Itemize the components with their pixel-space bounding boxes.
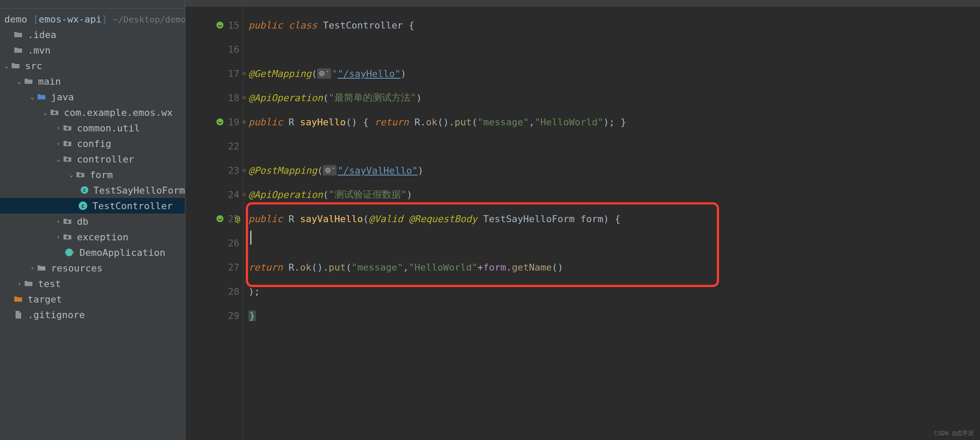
tree-item-test-form[interactable]: c TestSayHelloForm <box>0 182 185 198</box>
tree-item-form[interactable]: ⌄ form <box>0 167 185 182</box>
project-tool-window[interactable]: demo [emos-wx-api] ~/Desktop/demo .idea … <box>0 0 185 440</box>
tree-item-main[interactable]: ⌄ main <box>0 73 185 89</box>
chevron-down-icon[interactable]: ⌄ <box>16 78 23 85</box>
url-globe-icon[interactable]: ˅ <box>323 165 337 175</box>
line-number: 24 <box>225 189 239 200</box>
svg-point-6 <box>79 174 82 176</box>
tree-label: TestController <box>92 201 172 211</box>
line-number: 23 <box>225 165 239 176</box>
file-icon <box>13 309 23 320</box>
url-globe-icon[interactable]: ˅ <box>317 68 331 79</box>
tree-item-db[interactable]: › db <box>0 214 185 229</box>
svg-point-4 <box>66 143 69 145</box>
code-line[interactable]: public class TestController { <box>243 13 980 37</box>
tree-label: DemoApplication <box>80 247 165 258</box>
svg-point-12 <box>66 236 69 239</box>
code-line[interactable] <box>243 37 980 61</box>
tree-label: target <box>28 294 62 305</box>
chevron-right-icon[interactable]: › <box>29 265 36 271</box>
tree-root[interactable]: demo [emos-wx-api] ~/Desktop/demo <box>0 11 185 27</box>
tree-item-mvn[interactable]: .mvn <box>0 42 185 58</box>
code-line[interactable] <box>243 134 980 158</box>
tree-label: db <box>77 216 89 227</box>
excluded-folder-icon <box>13 294 23 304</box>
svg-point-11 <box>66 220 69 223</box>
chevron-down-icon[interactable]: ⌄ <box>29 93 36 100</box>
folder-icon <box>10 61 21 71</box>
package-icon <box>62 216 73 226</box>
spring-bean-icon[interactable] <box>216 215 224 223</box>
chevron-right-icon[interactable]: › <box>54 124 62 131</box>
tree-item-test-controller[interactable]: c TestController <box>0 198 185 214</box>
code-line[interactable]: public R sayHello() { return R.ok().put(… <box>243 110 980 134</box>
chevron-down-icon[interactable]: ⌄ <box>41 109 49 116</box>
tree-label: config <box>77 138 111 149</box>
tree-item-test[interactable]: › test <box>0 276 185 291</box>
package-icon <box>62 123 73 133</box>
spring-bean-icon[interactable] <box>216 118 224 126</box>
package-icon <box>49 107 60 118</box>
code-line[interactable]: } <box>243 303 980 328</box>
tree-label: test <box>38 278 61 289</box>
line-number: 16 <box>225 44 239 55</box>
tree-label: com.example.emos.wx <box>64 107 173 118</box>
gutter[interactable]: 15 16 17⊟ 18⊟ 19 ⊞ 22 23⊟ 24⊟ 25 @ 26 27 <box>185 7 243 440</box>
code-line[interactable] <box>243 231 980 255</box>
code-line[interactable]: @ApiOperation("测试验证假数据") <box>243 182 980 207</box>
chevron-down-icon[interactable]: ⌄ <box>3 62 10 69</box>
text-caret <box>250 231 251 245</box>
tree-item-gitignore[interactable]: .gitignore <box>0 307 185 322</box>
code-line[interactable]: ); <box>243 279 980 303</box>
tree-item-exception[interactable]: › exception <box>0 229 185 245</box>
tree-item-config[interactable]: › config <box>0 136 185 151</box>
tree-item-resources[interactable]: › resources <box>0 260 185 276</box>
chevron-right-icon[interactable]: › <box>54 218 62 225</box>
tree-label: demo [emos-wx-api] ~/Desktop/demo <box>4 14 185 25</box>
tree-item-target[interactable]: target <box>0 291 185 307</box>
annotation-gutter-icon[interactable]: @ <box>235 214 240 224</box>
source-folder-icon <box>36 92 47 102</box>
tree-item-controller[interactable]: ⌄ controller <box>0 151 185 167</box>
tree-item-idea[interactable]: .idea <box>0 27 185 42</box>
package-icon <box>62 232 73 242</box>
chevron-down-icon[interactable]: ⌄ <box>54 156 62 163</box>
class-icon: c <box>80 185 89 195</box>
code-content[interactable]: public class TestController { @GetMappin… <box>243 7 980 440</box>
tree-label: src <box>25 61 42 71</box>
line-number: 18 <box>225 92 239 103</box>
tree-label: common.util <box>77 123 140 134</box>
chevron-right-icon[interactable]: › <box>54 233 62 240</box>
tree-item-java[interactable]: ⌄ java <box>0 89 185 105</box>
chevron-right-icon[interactable]: › <box>16 280 23 287</box>
svg-point-3 <box>66 127 69 130</box>
tree-label: exception <box>77 232 128 242</box>
package-icon <box>75 169 86 180</box>
code-line[interactable]: @PostMapping(˅"/sayValHello") <box>243 158 980 182</box>
tree-item-src[interactable]: ⌄ src <box>0 58 185 73</box>
project-toolbar <box>0 0 185 9</box>
package-icon <box>62 138 73 149</box>
project-tree[interactable]: demo [emos-wx-api] ~/Desktop/demo .idea … <box>0 9 185 440</box>
line-number: 27 <box>225 262 239 273</box>
tree-label: main <box>38 76 61 87</box>
tree-item-package[interactable]: ⌄ com.example.emos.wx <box>0 105 185 120</box>
code-area[interactable]: 15 16 17⊟ 18⊟ 19 ⊞ 22 23⊟ 24⊟ 25 @ 26 27 <box>185 7 980 440</box>
spring-bean-icon[interactable] <box>216 21 224 29</box>
tree-item-demo-app[interactable]: DemoApplication <box>0 245 185 260</box>
chevron-down-icon[interactable]: ⌄ <box>67 171 75 178</box>
spring-run-icon <box>65 247 75 258</box>
package-icon <box>62 154 73 164</box>
tree-label: .mvn <box>28 45 51 56</box>
chevron-right-icon[interactable]: › <box>54 140 62 147</box>
tree-label: TestSayHelloForm <box>93 185 185 196</box>
watermark: CSDN @成序原 <box>934 430 974 437</box>
code-line[interactable]: @ApiOperation("最简单的测试方法") <box>243 86 980 110</box>
svg-point-15 <box>216 22 223 29</box>
svg-text:c: c <box>81 202 85 209</box>
code-line[interactable]: public R sayValHello(@Valid @RequestBody… <box>243 207 980 231</box>
code-line[interactable]: return R.ok().put("message","HelloWorld"… <box>243 255 980 279</box>
code-line[interactable]: @GetMapping(˅""/sayHello"") <box>243 61 980 86</box>
tree-item-common-util[interactable]: › common.util <box>0 120 185 136</box>
editor-tabs[interactable] <box>185 0 980 7</box>
tree-label: controller <box>77 154 134 165</box>
